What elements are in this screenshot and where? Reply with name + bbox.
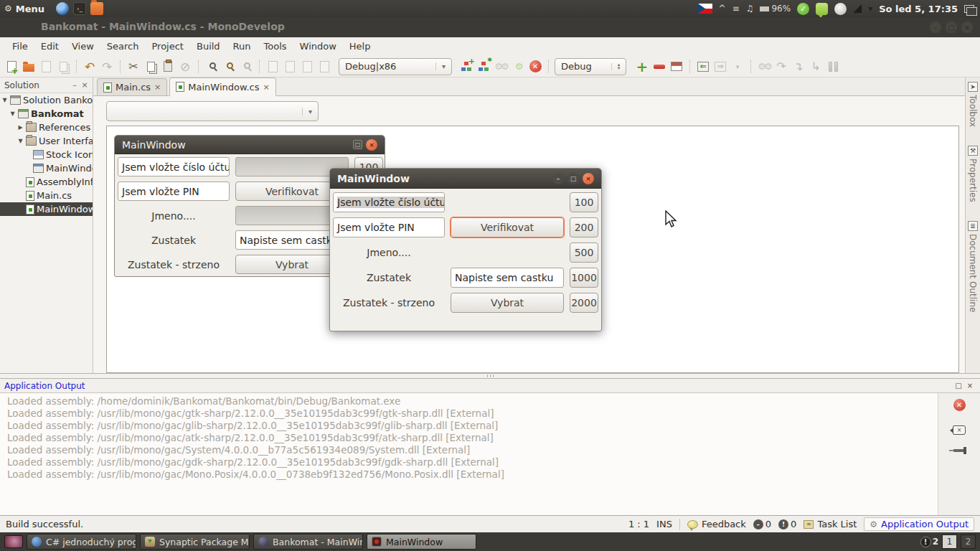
remove-config-button[interactable] <box>652 60 666 74</box>
tab-toolbox[interactable]: ➤ Toolbox <box>968 82 978 127</box>
workspace-2-button[interactable]: 2 <box>961 534 976 549</box>
amount-200-button[interactable]: 200 <box>570 217 598 237</box>
export-button[interactable]: ⇒ <box>713 60 727 74</box>
desktop-thumbnail[interactable] <box>4 535 23 548</box>
network-icon[interactable]: ≡ <box>732 4 740 14</box>
pause-button[interactable] <box>826 60 840 74</box>
running-mainwindow[interactable]: MainWindow – □ × Jsem vložte číslo účtu … <box>329 168 602 331</box>
amount-100-button[interactable]: 100 <box>570 192 598 212</box>
menu-search[interactable]: Search <box>100 37 146 56</box>
add-config-button[interactable]: + <box>635 60 649 74</box>
browser-launcher-icon[interactable] <box>56 2 69 15</box>
task-synaptic[interactable]: Synaptic Package M... <box>140 534 250 550</box>
export-dropdown-button[interactable]: ▾ <box>730 60 745 74</box>
amount-1000-button[interactable]: 1000 <box>570 268 598 288</box>
expander-icon[interactable]: ▶ <box>17 124 24 131</box>
build-config-combo[interactable]: Debug|x86 ▾ <box>339 58 452 75</box>
menu-help[interactable]: Help <box>343 37 377 56</box>
paste-button[interactable] <box>161 60 175 74</box>
ide-titlebar[interactable]: Bankomat - MainWindow.cs - MonoDevelop –… <box>0 17 980 37</box>
tree-item-mainwindow-designer[interactable]: MainWindow <box>0 161 93 175</box>
maximize-button[interactable]: □ <box>946 22 957 33</box>
tab-document-outline[interactable]: ≣ Document Outline <box>968 221 978 312</box>
amount-entry[interactable]: Napiste sem castku <box>451 268 564 288</box>
amount-2000-button[interactable]: 2000 <box>570 293 598 313</box>
task-csharp-tutorial[interactable]: C# jednoduchý prog... <box>27 534 136 550</box>
running-window-titlebar[interactable]: MainWindow – □ × <box>330 169 601 189</box>
tab-mainwindow-cs[interactable]: MainWindow.cs × <box>169 77 275 96</box>
account-number-entry[interactable]: Jsem vložte číslo účtu <box>333 192 445 212</box>
tree-item-stock-icons[interactable]: Stock Icons <box>0 148 93 161</box>
tab-close-icon[interactable]: × <box>154 83 161 92</box>
save-all-button[interactable] <box>56 60 70 74</box>
add-widget-button[interactable] <box>459 60 473 74</box>
tree-item-user-interface[interactable]: ▼ User Interface <box>0 134 93 148</box>
step-over-button[interactable]: ↷ <box>774 60 788 74</box>
withdraw-button[interactable]: Vybrat <box>451 293 564 313</box>
menu-file[interactable]: File <box>6 37 34 56</box>
account-number-entry[interactable]: Jsem vložte číslo účtu <box>118 157 230 176</box>
close-panel-button[interactable]: × <box>964 382 976 390</box>
tab-main-cs[interactable]: Main.cs × <box>97 78 167 95</box>
stop-button[interactable]: ✕ <box>528 60 542 74</box>
run-with-button[interactable]: ⚙ <box>511 60 525 74</box>
copy-button[interactable] <box>143 60 158 74</box>
pin-entry[interactable]: Jsem vložte PIN <box>333 217 445 237</box>
output-panel-header[interactable]: Application Output □ × <box>0 379 980 393</box>
menu-tools[interactable]: Tools <box>258 37 293 56</box>
redo-button[interactable]: ↷ <box>100 60 114 74</box>
undo-button[interactable]: ↶ <box>83 60 97 74</box>
open-button[interactable] <box>22 60 36 74</box>
tree-item-references[interactable]: ▶ References <box>0 121 93 134</box>
close-button[interactable]: × <box>961 22 973 33</box>
notes-tray-icon[interactable] <box>816 3 828 15</box>
find-in-files-button[interactable] <box>239 60 253 74</box>
nav-last-doc-button[interactable] <box>317 60 331 74</box>
pad-close-button[interactable]: × <box>80 80 90 90</box>
nav-next-doc-button[interactable] <box>300 60 314 74</box>
menu-view[interactable]: View <box>65 37 100 56</box>
expander-icon[interactable]: ▼ <box>17 138 24 144</box>
new-file-button[interactable] <box>4 60 19 74</box>
desktop-menu-button[interactable]: ⚙ Menu <box>0 0 52 17</box>
clear-output-button[interactable]: × <box>953 425 966 435</box>
menu-run[interactable]: Run <box>227 37 258 56</box>
search-button[interactable] <box>204 60 219 74</box>
expander-icon[interactable]: ▼ <box>1 97 8 103</box>
step-out-button[interactable]: ↳ <box>809 60 823 74</box>
import-button[interactable]: ⇐ <box>696 60 710 74</box>
cut-button[interactable]: ✂ <box>126 60 141 74</box>
keyboard-layout-flag-icon[interactable] <box>698 4 712 14</box>
evernote-tray-icon[interactable] <box>834 3 847 15</box>
task-mainwindow[interactable]: MainWindow <box>367 534 476 550</box>
tab-close-icon[interactable]: × <box>263 83 269 92</box>
music-player-icon[interactable]: ♫ <box>746 4 754 14</box>
step-into-button[interactable]: ↴ <box>791 60 806 74</box>
alert-icon[interactable]: ! <box>920 537 931 547</box>
maximize-button[interactable]: □ <box>567 173 579 184</box>
close-button[interactable]: × <box>366 139 377 151</box>
window-list-icon[interactable] <box>964 5 974 13</box>
terminal-launcher-icon[interactable]: ›_ <box>73 2 86 15</box>
minimize-button[interactable]: – <box>552 173 564 184</box>
tree-item-mainwindow-cs[interactable]: MainWindow.cs <box>0 202 93 216</box>
skype-tray-icon[interactable]: ✓ <box>797 3 809 15</box>
warning-counter[interactable]: ! 0 <box>778 519 796 529</box>
tab-properties[interactable]: ⚒ Properties <box>968 146 978 202</box>
block-button[interactable]: ⊘ <box>178 60 192 74</box>
menu-window[interactable]: Window <box>293 37 343 56</box>
run-config-combo[interactable]: Debug ▴▾ <box>555 58 626 75</box>
nav-prev-doc-button[interactable] <box>283 60 297 74</box>
tree-item-solution[interactable]: ▼ Solution Bankomat <box>0 93 93 107</box>
application-output-toggle[interactable]: ⚙ Application Output <box>864 517 974 531</box>
debug-run-button[interactable]: ⚙⚙ <box>757 60 771 74</box>
nav-back-doc-button[interactable] <box>265 60 280 74</box>
pad-minimize-button[interactable]: – <box>70 80 80 90</box>
task-monodevelop[interactable]: Bankomat - MainWin... <box>253 534 363 550</box>
tree-item-assemblyinfo[interactable]: AssemblyInfo.cs <box>0 175 93 189</box>
battery-indicator[interactable]: 96% <box>760 4 791 14</box>
build-settings-button[interactable]: ⚙⚙ <box>494 60 508 74</box>
close-button[interactable]: × <box>583 173 594 184</box>
horizontal-splitter[interactable] <box>0 373 980 379</box>
task-list-button[interactable]: ≡ Task List <box>804 519 857 529</box>
